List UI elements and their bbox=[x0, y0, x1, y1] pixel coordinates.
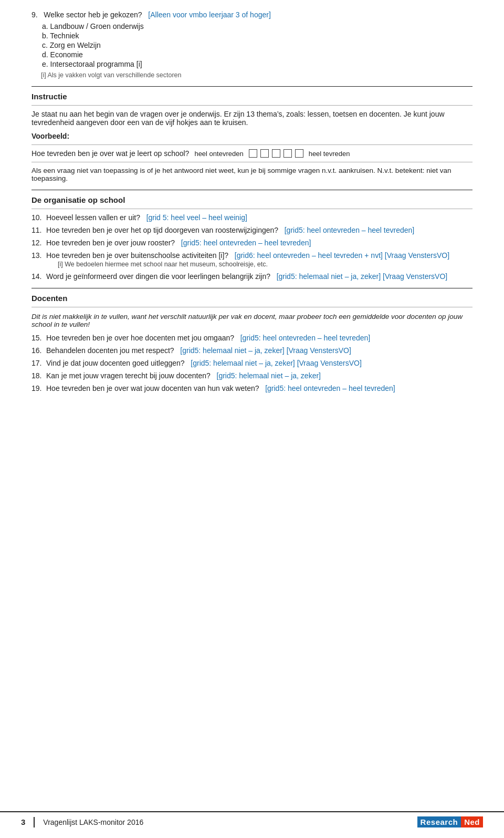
q18-text: Kan je met jouw vragen terecht bij jouw … bbox=[46, 371, 211, 380]
q15-text: Hoe tevreden ben je over hoe docenten me… bbox=[46, 334, 234, 342]
question-15: 15. Hoe tevreden ben je over hoe docente… bbox=[32, 334, 472, 342]
q10-tag: [grid 5: heel veel – heel weinig] bbox=[146, 213, 247, 222]
q17-tag: [grid5: helemaal niet – ja, zeker] [Vraa… bbox=[191, 359, 362, 367]
checkbox-3[interactable] bbox=[272, 149, 280, 158]
q12-tag: [grid5: heel ontevreden – heel tevreden] bbox=[181, 239, 311, 247]
q13-text: Hoe tevreden ben je over buitenschoolse … bbox=[46, 251, 228, 260]
scale-left-label: heel ontevreden bbox=[194, 150, 243, 158]
q11-tag: [grid5: heel ontevreden – heel tevreden] bbox=[285, 226, 415, 234]
q15-number: 15. bbox=[32, 334, 44, 342]
instructie-top-divider bbox=[32, 105, 472, 106]
q17-body: Vind je dat jouw docenten goed uitleggen… bbox=[46, 359, 472, 367]
q12-body: Hoe tevreden ben je over jouw rooster? [… bbox=[46, 239, 472, 247]
q11-body: Hoe tevreden ben je over het op tijd doo… bbox=[46, 226, 472, 234]
footer-logo: ResearchNed bbox=[417, 816, 483, 827]
q15-body: Hoe tevreden ben je over hoe docenten me… bbox=[46, 334, 472, 342]
q9-option-c: c. Zorg en Welzijn bbox=[42, 41, 472, 49]
q10-number: 10. bbox=[32, 213, 44, 222]
q14-body: Word je geïnformeerd over dingen die voo… bbox=[46, 272, 472, 281]
q9-tag: [Alleen voor vmbo leerjaar 3 of hoger] bbox=[148, 11, 270, 19]
q13-tag: [grid6: heel ontevreden – heel tevreden … bbox=[235, 251, 449, 260]
q19-body: Hoe tevreden ben je over wat jouw docent… bbox=[46, 384, 472, 392]
example-divider bbox=[32, 144, 472, 145]
q14-tag: [grid5: helemaal niet – ja, zeker] [Vraa… bbox=[277, 272, 448, 281]
question-17: 17. Vind je dat jouw docenten goed uitle… bbox=[32, 359, 472, 367]
instructie-section: Instructie Je staat nu aan het begin van… bbox=[32, 92, 472, 182]
docenten-intro: Dit is niet makkelijk in te vullen, want… bbox=[32, 313, 472, 328]
docenten-section: Docenten Dit is niet makkelijk in te vul… bbox=[32, 294, 472, 392]
q9-option-a: a. Landbouw / Groen onderwijs bbox=[42, 22, 472, 30]
question-16: 16. Behandelen docenten jou met respect?… bbox=[32, 346, 472, 355]
checkbox-1[interactable] bbox=[249, 149, 257, 158]
example-label: Voorbeeld: bbox=[32, 132, 472, 140]
question-9: 9. Welke sector heb je gekozen? [Alleen … bbox=[32, 11, 472, 79]
q9-footnote: [i] Als je vakken volgt van verschillend… bbox=[41, 71, 472, 79]
q16-number: 16. bbox=[32, 346, 44, 355]
q9-options: a. Landbouw / Groen onderwijs b. Technie… bbox=[42, 22, 472, 68]
example-question: Hoe tevreden ben je over wat je leert op… bbox=[32, 149, 189, 158]
nvt-text: Als een vraag niet van toepassing is of … bbox=[32, 167, 472, 182]
q9-option-d: d. Economie bbox=[42, 50, 472, 59]
footer-title: Vragenlijst LAKS-monitor 2016 bbox=[43, 818, 417, 826]
q10-body: Hoeveel lessen vallen er uit? [grid 5: h… bbox=[46, 213, 472, 222]
q9-option-b: b. Techniek bbox=[42, 32, 472, 40]
divider-after-organisatie bbox=[32, 288, 472, 288]
q12-text: Hoe tevreden ben je over jouw rooster? bbox=[46, 239, 175, 247]
q9-text: Welke sector heb je gekozen? bbox=[44, 11, 142, 19]
question-14: 14. Word je geïnformeerd over dingen die… bbox=[32, 272, 472, 281]
question-19: 19. Hoe tevreden ben je over wat jouw do… bbox=[32, 384, 472, 392]
q14-text: Word je geïnformeerd over dingen die voo… bbox=[46, 272, 270, 281]
organisatie-top-divider bbox=[32, 209, 472, 209]
q10-text: Hoeveel lessen vallen er uit? bbox=[46, 213, 140, 222]
question-12: 12. Hoe tevreden ben je over jouw rooste… bbox=[32, 239, 472, 247]
checkbox-2[interactable] bbox=[260, 149, 269, 158]
q13-footnote: [i] We bedoelen hiermee met school naar … bbox=[58, 261, 472, 268]
footer-divider bbox=[34, 817, 35, 827]
question-10: 10. Hoeveel lessen vallen er uit? [grid … bbox=[32, 213, 472, 222]
q16-text: Behandelen docenten jou met respect? bbox=[46, 346, 174, 355]
footer-page-number: 3 bbox=[21, 818, 25, 826]
q9-option-e: e. Intersectoraal programma [i] bbox=[42, 60, 472, 68]
q13-body: Hoe tevreden ben je over buitenschoolse … bbox=[46, 251, 472, 268]
example-row: Hoe tevreden ben je over wat je leert op… bbox=[32, 149, 472, 158]
q19-text: Hoe tevreden ben je over wat jouw docent… bbox=[46, 384, 259, 392]
q16-tag: [grid5: helemaal niet – ja, zeker] [Vraa… bbox=[180, 346, 351, 355]
organisatie-header: De organisatie op school bbox=[32, 195, 472, 204]
footer: 3 Vragenlijst LAKS-monitor 2016 Research… bbox=[0, 811, 504, 827]
instructie-header: Instructie bbox=[32, 92, 472, 101]
checkbox-row bbox=[249, 149, 303, 158]
q14-number: 14. bbox=[32, 272, 44, 281]
scale-right-label: heel tevreden bbox=[309, 150, 350, 158]
q18-body: Kan je met jouw vragen terecht bij jouw … bbox=[46, 371, 472, 380]
logo-research: Research bbox=[417, 816, 461, 827]
q12-number: 12. bbox=[32, 239, 44, 247]
q18-tag: [grid5: helemaal niet – ja, zeker] bbox=[217, 371, 321, 380]
docenten-top-divider bbox=[32, 307, 472, 307]
nvt-divider bbox=[32, 162, 472, 162]
logo-ned: Ned bbox=[461, 816, 483, 827]
q11-text: Hoe tevreden ben je over het op tijd doo… bbox=[46, 226, 278, 234]
q17-text: Vind je dat jouw docenten goed uitleggen… bbox=[46, 359, 185, 367]
divider-after-instructie bbox=[32, 190, 472, 190]
q19-number: 19. bbox=[32, 384, 44, 392]
instructie-para1: Je staat nu aan het begin van de vragen … bbox=[32, 110, 472, 127]
q15-tag: [grid5: heel ontevreden – heel tevreden] bbox=[240, 334, 371, 342]
q13-number: 13. bbox=[32, 251, 44, 268]
q19-tag: [grid5: heel ontevreden – heel tevreden] bbox=[265, 384, 395, 392]
checkbox-4[interactable] bbox=[284, 149, 292, 158]
divider-after-q9 bbox=[32, 86, 472, 87]
q9-number: 9. bbox=[32, 11, 38, 19]
question-11: 11. Hoe tevreden ben je over het op tijd… bbox=[32, 226, 472, 234]
q17-number: 17. bbox=[32, 359, 44, 367]
organisatie-section: De organisatie op school 10. Hoeveel les… bbox=[32, 195, 472, 281]
q18-number: 18. bbox=[32, 371, 44, 380]
question-13: 13. Hoe tevreden ben je over buitenschoo… bbox=[32, 251, 472, 268]
checkbox-5[interactable] bbox=[295, 149, 303, 158]
question-18: 18. Kan je met jouw vragen terecht bij j… bbox=[32, 371, 472, 380]
q11-number: 11. bbox=[32, 226, 44, 234]
q16-body: Behandelen docenten jou met respect? [gr… bbox=[46, 346, 472, 355]
docenten-header: Docenten bbox=[32, 294, 472, 303]
